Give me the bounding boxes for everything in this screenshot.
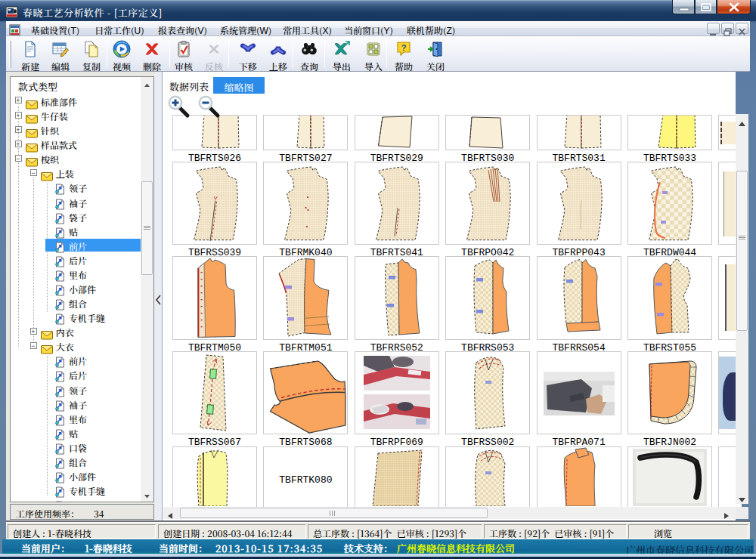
svg-text:?: ? [401, 43, 407, 52]
